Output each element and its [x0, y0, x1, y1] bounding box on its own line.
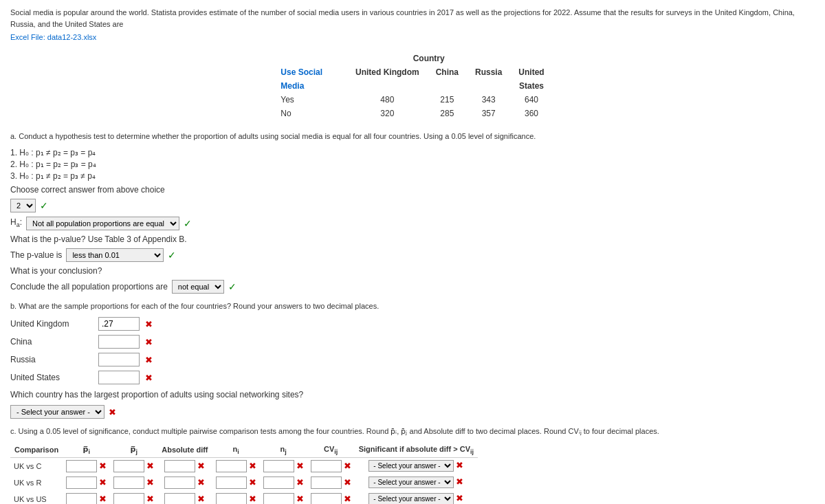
conclude-check-icon: ✓: [228, 281, 236, 292]
ni-input[interactable]: [216, 460, 247, 472]
intro-text: Social media is popular around the world…: [10, 7, 815, 30]
cell-ni: ✖: [212, 457, 260, 474]
data-table-container: Country Use Social United Kingdom China …: [10, 52, 815, 120]
prop-input-united-states[interactable]: [98, 371, 140, 384]
pi-error-icon: ✖: [99, 494, 107, 504]
prop-input-china[interactable]: [98, 335, 140, 349]
prop-row: United States ✖: [10, 371, 815, 384]
cell-pj: ✖: [110, 457, 157, 474]
row-label: No: [272, 107, 331, 120]
excel-label: Excel File:: [10, 33, 45, 41]
pj-input[interactable]: [113, 476, 144, 489]
absdiff-input[interactable]: [164, 493, 195, 504]
pi-input[interactable]: [66, 493, 97, 504]
significant-select[interactable]: - Select your answer - Yes No: [368, 460, 454, 472]
cvij-error-icon: ✖: [344, 477, 351, 487]
cell-significant: - Select your answer - Yes No ✖: [355, 457, 478, 474]
prop-row: Russia ✖: [10, 353, 815, 366]
cell-china: 215: [428, 93, 467, 107]
ha-row: Ha: Not all population proportions are e…: [10, 217, 815, 230]
col-pj: p̅j: [110, 443, 157, 458]
cell-cvij: ✖: [307, 457, 355, 474]
data-table: Country Use Social United Kingdom China …: [272, 52, 552, 120]
pvalue-select[interactable]: less than 0.01 between 0.01 and 0.05 gre…: [66, 248, 164, 262]
conclude-text: Conclude the all population proportions …: [10, 282, 168, 292]
prop-input-united-kingdom[interactable]: [98, 317, 140, 331]
nj-input[interactable]: [263, 460, 294, 472]
col-significant: Significant if absolute diff > CVij: [355, 443, 478, 458]
significant-select[interactable]: - Select your answer - Yes No: [368, 476, 454, 488]
ni-input[interactable]: [216, 493, 247, 504]
cell-ni: ✖: [212, 474, 260, 491]
prop-input-russia[interactable]: [98, 353, 140, 366]
cvij-input[interactable]: [311, 476, 342, 489]
cell-cvij: ✖: [307, 474, 355, 491]
table-row: Yes 480 215 343 640: [272, 93, 552, 107]
pi-input[interactable]: [66, 460, 97, 472]
pj-input[interactable]: [113, 493, 144, 504]
comp-row: UK vs US ✖ ✖ ✖ ✖ ✖ ✖ - Select your answe…: [10, 491, 478, 504]
nj-error-icon: ✖: [296, 461, 304, 471]
significant-error-icon: ✖: [456, 493, 463, 503]
cell-ni: ✖: [212, 491, 260, 504]
col-comparison: Comparison: [10, 443, 63, 458]
excel-link[interactable]: Excel File: data12-23.xlsx: [10, 33, 815, 41]
us-header2: States: [510, 79, 552, 93]
cell-nj: ✖: [260, 457, 307, 474]
absdiff-input[interactable]: [164, 460, 195, 472]
conclude-select[interactable]: not equal equal: [172, 280, 224, 294]
pvalue-question: What is the p-value? Use Table 3 of Appe…: [10, 234, 815, 244]
cell-significant: - Select your answer - Yes No ✖: [355, 474, 478, 491]
cell-absdiff: ✖: [157, 457, 212, 474]
cell-pi: ✖: [63, 474, 110, 491]
largest-select[interactable]: - Select your answer - United Kingdom Ch…: [10, 405, 104, 419]
cell-china: 285: [428, 107, 467, 120]
ni-error-icon: ✖: [249, 461, 256, 471]
cell-pj: ✖: [110, 474, 157, 491]
largest-row: - Select your answer - United Kingdom Ch…: [10, 405, 815, 419]
country-label: Russia: [10, 355, 93, 364]
cell-russia: 343: [467, 93, 510, 107]
significant-error-icon: ✖: [456, 460, 463, 470]
pvalue-check-icon: ✓: [168, 250, 176, 261]
cell-pi: ✖: [63, 491, 110, 504]
cvij-input[interactable]: [311, 493, 342, 504]
absdiff-input[interactable]: [164, 476, 195, 489]
pi-input[interactable]: [66, 476, 97, 489]
choice-select[interactable]: 2: [10, 199, 36, 212]
prop-row: United Kingdom ✖: [10, 317, 815, 331]
nj-error-icon: ✖: [296, 494, 304, 504]
cell-pj: ✖: [110, 491, 157, 504]
choose-label: Choose correct answer from above choice: [10, 185, 815, 195]
nj-input[interactable]: [263, 476, 294, 489]
cell-uk: 320: [347, 107, 428, 120]
prop-error-icon: ✖: [145, 373, 153, 383]
cell-russia: 357: [467, 107, 510, 120]
cell-absdiff: ✖: [157, 491, 212, 504]
pj-input[interactable]: [113, 460, 144, 472]
ha-select[interactable]: Not all population proportions are equal: [26, 217, 179, 230]
ni-input[interactable]: [216, 476, 247, 489]
cell-pi: ✖: [63, 457, 110, 474]
prop-error-icon: ✖: [145, 337, 153, 347]
cvij-input[interactable]: [311, 460, 342, 472]
part-b-question: b. What are the sample proportions for e…: [10, 300, 815, 312]
use-social-header1: Use Social: [272, 65, 331, 79]
ha-label: Ha:: [10, 217, 22, 228]
significant-error-icon: ✖: [456, 476, 463, 487]
cell-us: 360: [510, 107, 552, 120]
hypothesis-list: 1. H₀ : p₁ ≠ p₂ = p₃ = p₄ 2. H₀ : p₁ = p…: [10, 148, 815, 181]
excel-file[interactable]: data12-23.xlsx: [47, 33, 97, 41]
pi-error-icon: ✖: [99, 477, 107, 487]
pj-error-icon: ✖: [146, 477, 154, 487]
conclude-row: Conclude the all population proportions …: [10, 280, 815, 294]
part-c-section: c. Using a 0.05 level of significance, c…: [10, 426, 815, 504]
nj-input[interactable]: [263, 493, 294, 504]
cell-absdiff: ✖: [157, 474, 212, 491]
significant-select[interactable]: - Select your answer - Yes No: [368, 493, 454, 504]
ni-error-icon: ✖: [249, 477, 256, 487]
comp-label: UK vs US: [10, 491, 63, 504]
col-cvij: CVij: [307, 443, 355, 458]
comparison-table: Comparison p̅i p̅j Absolute diff ni nj C…: [10, 443, 478, 505]
comp-row: UK vs R ✖ ✖ ✖ ✖ ✖ ✖ - Select your answer…: [10, 474, 478, 491]
